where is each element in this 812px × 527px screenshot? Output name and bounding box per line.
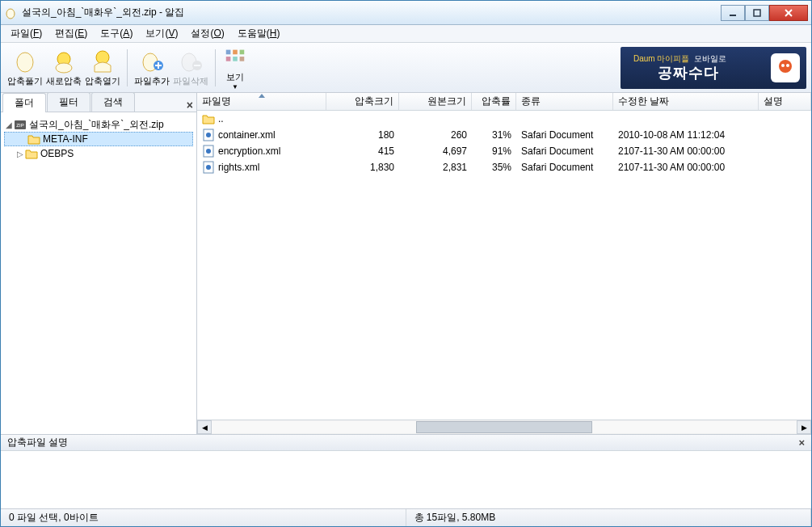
description-header: 압축파일 설명 × [1, 435, 811, 451]
scroll-thumb[interactable] [416, 421, 591, 433]
svg-rect-18 [240, 49, 245, 54]
tree-toggle-icon[interactable]: ▷ [15, 150, 25, 158]
file-csize: 180 [326, 128, 399, 142]
svg-rect-16 [226, 49, 231, 54]
file-date: 2107-11-30 AM 00:00:00 [613, 160, 759, 175]
tab-filter[interactable]: 필터 [47, 92, 90, 112]
col-header-osize[interactable]: 원본크기 [399, 93, 472, 110]
right-pane: 파일명 압축크기 원본크기 압축률 종류 수정한 날짜 설명 .. contai… [197, 93, 811, 434]
file-desc [759, 166, 811, 169]
svg-point-5 [17, 53, 33, 72]
file-date: 2010-10-08 AM 11:12:04 [613, 128, 759, 142]
menu-help[interactable]: 도움말(H) [233, 25, 285, 42]
scroll-left-button[interactable]: ◀ [197, 420, 212, 434]
svg-point-7 [56, 63, 72, 73]
menubar: 파일(F) 편집(E) 도구(A) 보기(V) 설정(O) 도움말(H) [1, 25, 811, 43]
description-close[interactable]: × [798, 436, 805, 449]
list-row[interactable]: rights.xml1,8302,83135%Safari Document21… [197, 159, 811, 175]
col-header-type[interactable]: 종류 [516, 93, 613, 110]
egg-plus-icon [139, 48, 165, 74]
file-list-header: 파일명 압축크기 원본크기 압축률 종류 수정한 날짜 설명 [197, 93, 811, 111]
add-file-button[interactable]: 파일추가 [133, 45, 171, 91]
open-archive-label: 압축열기 [85, 75, 120, 87]
tab-search[interactable]: 검색 [91, 92, 135, 112]
tree-item-label: META-INF [43, 133, 88, 145]
file-ratio: 35% [472, 160, 516, 175]
svg-point-28 [206, 133, 211, 137]
scroll-right-button[interactable]: ▶ [797, 420, 811, 434]
svg-point-22 [779, 60, 792, 73]
col-header-name[interactable]: 파일명 [197, 93, 326, 110]
xml-file-icon [202, 129, 215, 141]
minimize-button[interactable] [721, 5, 745, 21]
col-header-ratio[interactable]: 압축률 [472, 93, 516, 110]
view-label: 보기 [226, 71, 244, 83]
delete-file-button[interactable]: 파일삭제 [171, 45, 210, 91]
toolbar: 압축풀기 새로압축 압축열기 파일추가 파일삭제 보기 ▼ Daum 마이피플 … [1, 43, 811, 93]
list-row[interactable]: container.xml18026031%Safari Document201… [197, 127, 811, 143]
left-tabs: 폴더 필터 검색 × [1, 93, 196, 112]
svg-rect-19 [226, 57, 231, 61]
extract-label: 압축풀기 [7, 75, 43, 87]
tree-root[interactable]: ◢ ZIP 설국의_아침_`매화우`_외전.zip [4, 117, 193, 132]
status-selection: 0 파일 선택, 0바이트 [1, 509, 406, 526]
parent-dir-label: .. [218, 113, 224, 124]
file-list[interactable]: .. container.xml18026031%Safari Document… [197, 111, 811, 419]
file-osize: 260 [399, 128, 472, 142]
xml-file-icon [202, 161, 215, 174]
file-name: container.xml [218, 129, 276, 141]
menu-settings[interactable]: 설정(O) [186, 25, 229, 42]
close-button[interactable] [769, 5, 808, 21]
svg-rect-2 [754, 10, 760, 16]
col-header-date[interactable]: 수정한 날짜 [613, 93, 759, 110]
menu-edit[interactable]: 편집(E) [50, 25, 92, 42]
open-archive-button[interactable]: 압축열기 [83, 45, 122, 91]
file-csize: 1,830 [326, 160, 399, 175]
maximize-button[interactable] [745, 5, 769, 21]
svg-rect-17 [233, 49, 238, 54]
svg-point-24 [786, 64, 789, 67]
description-panel: 압축파일 설명 × [1, 434, 811, 508]
file-ratio: 91% [472, 144, 516, 158]
folder-icon [25, 147, 38, 160]
horizontal-scrollbar[interactable]: ◀ ▶ [197, 419, 811, 434]
svg-point-32 [206, 165, 211, 170]
xml-file-icon [202, 145, 215, 158]
menu-tools[interactable]: 도구(A) [95, 25, 137, 42]
menu-view[interactable]: 보기(V) [141, 25, 183, 42]
folder-tree: ◢ ZIP 설국의_아침_`매화우`_외전.zip META-INF ▷ OEB… [1, 112, 196, 434]
left-tabs-close[interactable]: × [187, 99, 193, 112]
col-header-desc[interactable]: 설명 [759, 93, 811, 110]
tree-item-meta-inf[interactable]: META-INF [4, 132, 193, 146]
egg-minus-icon [178, 48, 204, 74]
scroll-track[interactable] [212, 421, 797, 433]
tree-toggle-icon[interactable]: ◢ [4, 120, 14, 129]
file-desc [759, 150, 811, 153]
file-type: Safari Document [516, 128, 613, 142]
list-row[interactable]: encryption.xml4154,69791%Safari Document… [197, 143, 811, 159]
tree-item-label: OEBPS [40, 148, 74, 159]
file-type: Safari Document [516, 160, 613, 175]
list-row-parent[interactable]: .. [197, 111, 811, 127]
egg-icon [12, 48, 38, 74]
ad-main-label: 공짜수다 [658, 63, 719, 82]
menu-file[interactable]: 파일(F) [6, 25, 47, 42]
folder-icon [27, 133, 40, 145]
window-controls [721, 5, 808, 21]
add-file-label: 파일추가 [134, 75, 170, 87]
status-total: 총 15파일, 5.80MB [406, 509, 812, 526]
ad-brand-label: Daum 마이피플 [633, 54, 689, 63]
new-archive-button[interactable]: 새로압축 [44, 45, 83, 91]
file-desc [759, 133, 811, 137]
view-button[interactable]: 보기 ▼ [221, 45, 250, 91]
file-csize: 415 [326, 144, 399, 158]
file-date: 2107-11-30 AM 00:00:00 [613, 144, 759, 158]
tab-folder[interactable]: 폴더 [2, 93, 46, 112]
ad-banner[interactable]: Daum 마이피플 모바일로 공짜수다 [621, 47, 806, 89]
app-window: 설국의_아침_`매화우`_외전.zip - 알집 파일(F) 편집(E) 도구(… [0, 0, 812, 527]
col-header-csize[interactable]: 압축크기 [326, 93, 399, 110]
tree-item-oebps[interactable]: ▷ OEBPS [4, 146, 193, 161]
extract-button[interactable]: 압축풀기 [6, 45, 44, 91]
left-pane: 폴더 필터 검색 × ◢ ZIP 설국의_아침_`매화우`_외전.zip MET… [1, 93, 197, 434]
titlebar: 설국의_아침_`매화우`_외전.zip - 알집 [1, 1, 811, 25]
